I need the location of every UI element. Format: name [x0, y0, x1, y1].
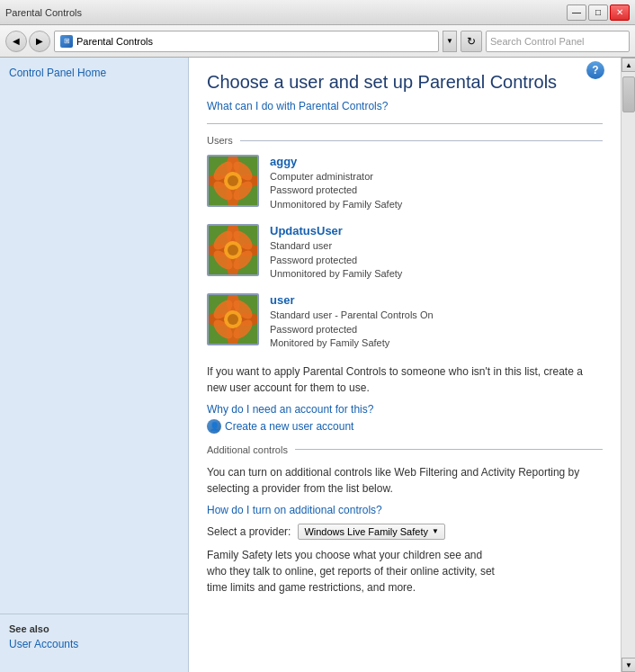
svg-point-32 [228, 314, 238, 325]
see-also-label: See also [9, 623, 179, 634]
create-icon: 👤 [207, 419, 221, 434]
svg-point-10 [228, 175, 238, 186]
scrollbar-up-button[interactable]: ▲ [622, 58, 635, 72]
provider-dropdown[interactable]: Windows Live Family Safety ▼ [298, 524, 444, 540]
sidebar-bottom: See also User Accounts [0, 614, 188, 663]
users-section-line [240, 140, 603, 141]
user-detail-updatus-1: Standard user [270, 239, 603, 253]
user-detail-user-3: Monitored by Family Safety [270, 336, 603, 350]
user-detail-user-1: Standard user - Parental Controls On [270, 309, 603, 322]
user-detail-aggy-3: Unmonitored by Family Safety [270, 198, 603, 211]
user-list: aggy Computer administrator Password pro… [207, 155, 603, 351]
provider-row: Select a provider: Windows Live Family S… [207, 524, 603, 540]
provider-dropdown-text: Windows Live Family Safety [304, 526, 428, 537]
svg-point-21 [228, 245, 238, 255]
family-desc: Family Safety lets you choose what your … [207, 547, 495, 596]
avatar-image-user [209, 295, 257, 344]
address-dropdown[interactable]: ▼ [443, 31, 457, 52]
main-container: Control Panel Home See also User Account… [0, 58, 635, 672]
additional-section-line [295, 449, 603, 450]
sidebar: Control Panel Home See also User Account… [0, 58, 189, 672]
create-link[interactable]: 👤 Create a new user account [207, 419, 603, 434]
user-info-aggy: aggy Computer administrator Password pro… [270, 155, 603, 211]
scrollbar: ▲ ▼ [621, 58, 635, 672]
content-inner: Choose a user and set up Parental Contro… [189, 58, 621, 610]
user-info-user: user Standard user - Parental Controls O… [270, 293, 603, 350]
user-detail-aggy-1: Computer administrator [270, 170, 603, 184]
back-button[interactable]: ◀ [5, 31, 27, 52]
content-area: ? Choose a user and set up Parental Cont… [189, 58, 621, 672]
refresh-button[interactable]: ↻ [461, 31, 482, 52]
title-bar: Parental Controls — □ ✕ [0, 0, 635, 25]
breadcrumb-text: Parental Controls [76, 36, 153, 47]
search-placeholder: Search Control Panel [490, 36, 585, 47]
scrollbar-track[interactable] [622, 72, 635, 658]
user-detail-updatus-3: Unmonitored by Family Safety [270, 267, 603, 281]
additional-section-header: Additional controls [207, 444, 603, 455]
how-link[interactable]: How do I turn on additional controls? [207, 504, 603, 516]
user-detail-updatus-2: Password protected [270, 254, 603, 267]
window-title: Parental Controls [5, 7, 82, 18]
user-entry-aggy[interactable]: aggy Computer administrator Password pro… [207, 155, 603, 211]
dropdown-arrow-icon: ▼ [432, 527, 439, 535]
maximize-button[interactable]: □ [588, 4, 608, 21]
help-icon[interactable]: ? [586, 61, 604, 79]
breadcrumb-bar: ⊞ Parental Controls [54, 31, 439, 52]
breadcrumb-icon: ⊞ [60, 35, 73, 48]
users-section-header: Users [207, 135, 603, 146]
user-detail-user-2: Password protected [270, 323, 603, 336]
address-bar: ◀ ▶ ⊞ Parental Controls ▼ ↻ Search Contr… [0, 25, 635, 58]
user-name-updatususer: UpdatusUser [270, 224, 603, 237]
forward-button[interactable]: ▶ [29, 31, 50, 52]
provider-label: Select a provider: [207, 525, 291, 538]
sidebar-top: Control Panel Home [0, 67, 188, 83]
sidebar-item-user-accounts[interactable]: User Accounts [9, 638, 179, 650]
divider-top [207, 123, 603, 124]
info-text: If you want to apply Parental Controls t… [207, 363, 603, 396]
scrollbar-thumb[interactable] [622, 76, 635, 112]
minimize-button[interactable]: — [567, 4, 586, 21]
what-can-link[interactable]: What can I do with Parental Controls? [207, 100, 388, 112]
sidebar-item-control-panel-home[interactable]: Control Panel Home [9, 67, 179, 79]
avatar-image-updatususer [209, 226, 257, 274]
window-controls: — □ ✕ [567, 4, 630, 21]
user-name-user: user [270, 293, 603, 307]
additional-section-label: Additional controls [207, 444, 288, 455]
nav-buttons: ◀ ▶ [5, 31, 50, 52]
create-link-text: Create a new user account [225, 420, 353, 433]
user-name-aggy: aggy [270, 155, 603, 168]
page-title: Choose a user and set up Parental Contro… [207, 72, 603, 93]
search-bar[interactable]: Search Control Panel [486, 31, 630, 52]
user-avatar-updatususer [207, 224, 259, 276]
user-entry-updatususer[interactable]: UpdatusUser Standard user Password prote… [207, 224, 603, 281]
user-info-updatususer: UpdatusUser Standard user Password prote… [270, 224, 603, 281]
why-link[interactable]: Why do I need an account for this? [207, 403, 603, 416]
additional-desc: You can turn on additional controls like… [207, 464, 603, 497]
user-entry-user[interactable]: user Standard user - Parental Controls O… [207, 293, 603, 350]
scrollbar-down-button[interactable]: ▼ [622, 658, 635, 672]
user-detail-aggy-2: Password protected [270, 184, 603, 197]
users-section-label: Users [207, 135, 233, 146]
avatar-image-aggy [209, 157, 257, 205]
close-button[interactable]: ✕ [610, 4, 630, 21]
user-avatar-user [207, 293, 259, 345]
user-avatar-aggy [207, 155, 259, 207]
